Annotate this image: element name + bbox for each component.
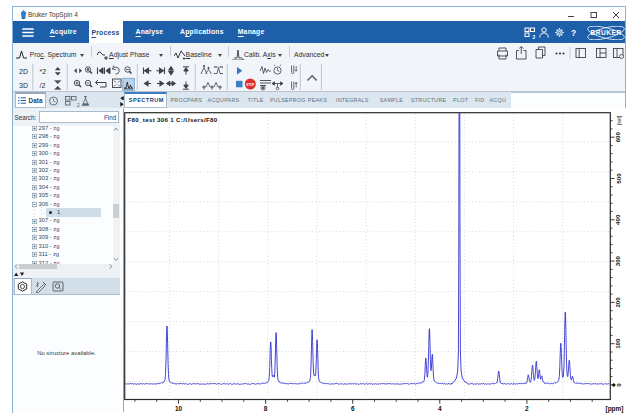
- svg-text:[ppm]: [ppm]: [605, 405, 623, 413]
- svg-text:2: 2: [525, 405, 529, 412]
- svg-text:*2: *2: [40, 68, 47, 75]
- svg-text:300: 300: [615, 255, 622, 266]
- svg-text:6: 6: [351, 405, 355, 412]
- svg-text:F80_test 306 1 C:/Users/F80: F80_test 306 1 C:/Users/F80: [128, 116, 218, 123]
- svg-text:4: 4: [438, 405, 442, 412]
- svg-text:?: ?: [571, 28, 576, 38]
- svg-text:8: 8: [264, 405, 268, 412]
- svg-text:0: 0: [615, 383, 622, 387]
- svg-text:600: 600: [615, 131, 622, 142]
- svg-text:BRUKER: BRUKER: [590, 29, 621, 36]
- svg-text:500: 500: [615, 173, 622, 184]
- svg-text:2: 2: [533, 33, 536, 39]
- svg-text:400: 400: [615, 214, 622, 225]
- svg-text:3D: 3D: [19, 82, 28, 89]
- svg-text:10: 10: [175, 405, 183, 412]
- svg-text:[rel]: [rel]: [616, 115, 622, 125]
- svg-text:2D: 2D: [19, 68, 28, 75]
- svg-text:100: 100: [615, 338, 622, 349]
- svg-text:200: 200: [615, 297, 622, 308]
- svg-text:2: 2: [77, 101, 80, 107]
- svg-text:/2: /2: [40, 82, 46, 89]
- svg-text:STOP: STOP: [246, 83, 254, 87]
